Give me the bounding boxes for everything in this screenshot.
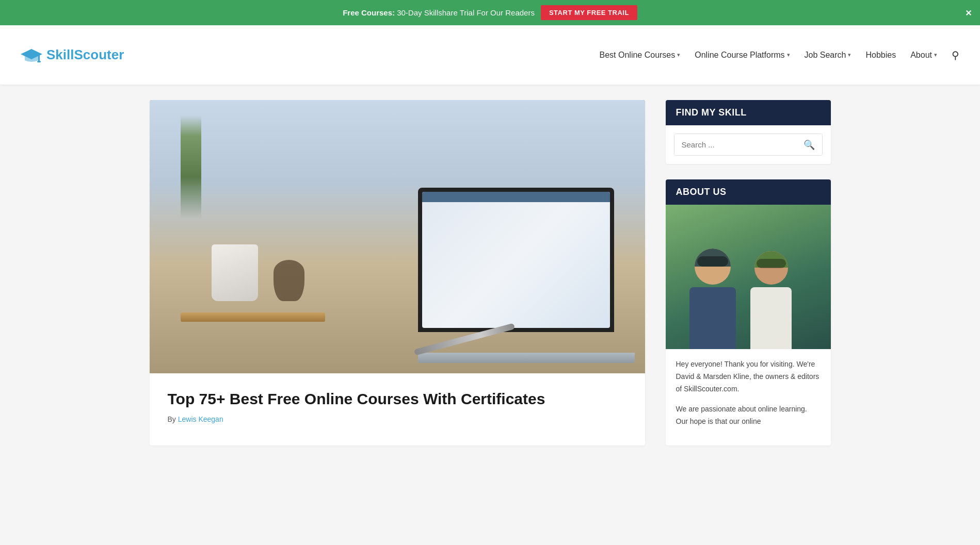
author-link[interactable]: Lewis Keegan — [178, 415, 223, 423]
person2-body — [750, 287, 792, 349]
about-text-2: We are passionate about online learning.… — [676, 403, 821, 428]
search-field-wrap: 🔍 — [674, 134, 823, 156]
sidebar: FIND MY SKILL 🔍 ABOUT US — [666, 100, 831, 445]
laptop-screen — [422, 192, 610, 328]
nav-about[interactable]: About ▾ — [910, 51, 937, 60]
laptop-keyboard — [418, 353, 635, 363]
find-skill-body: 🔍 — [666, 125, 831, 164]
search-input[interactable] — [674, 134, 796, 155]
search-button[interactable]: 🔍 — [796, 134, 822, 155]
person2-head — [754, 251, 788, 285]
article-body: Top 75+ Best Free Online Courses With Ce… — [150, 373, 645, 444]
about-us-widget: ABOUT US Hey everyone! Thank you for vis… — [666, 179, 831, 445]
svg-rect-1 — [38, 54, 40, 61]
person2 — [754, 251, 792, 349]
cta-button[interactable]: START MY FREE TRAIL — [541, 5, 637, 20]
find-skill-widget: FIND MY SKILL 🔍 — [666, 100, 831, 164]
chevron-down-icon: ▾ — [934, 52, 937, 58]
desk-scene — [150, 100, 645, 373]
nav-online-course-platforms[interactable]: Online Course Platforms ▾ — [695, 51, 790, 60]
laptop — [418, 188, 614, 332]
main-container: Top 75+ Best Free Online Courses With Ce… — [134, 100, 846, 445]
flower-vase — [181, 115, 201, 219]
about-us-header: ABOUT US — [666, 179, 831, 205]
find-skill-header: FIND MY SKILL — [666, 100, 831, 125]
site-logo[interactable]: SkillScouter — [21, 47, 124, 63]
article-author: By Lewis Keegan — [168, 415, 627, 423]
nav-job-search[interactable]: Job Search ▾ — [805, 51, 852, 60]
coffee-mug — [212, 244, 258, 301]
chevron-down-icon: ▾ — [787, 52, 790, 58]
about-us-text-body: Hey everyone! Thank you for visiting. We… — [666, 349, 831, 445]
nav-hobbies[interactable]: Hobbies — [865, 51, 896, 60]
chevron-down-icon: ▾ — [848, 52, 851, 58]
site-header: SkillScouter Best Online Courses ▾ Onlin… — [0, 25, 980, 85]
logo-text: SkillScouter — [46, 47, 124, 63]
about-text-1: Hey everyone! Thank you for visiting. We… — [676, 358, 821, 395]
person1-head — [695, 249, 731, 285]
banner-text: Free Courses: 30-Day Skillshare Trial Fo… — [343, 8, 535, 17]
search-icon[interactable]: ⚲ — [952, 49, 959, 61]
banner-body: 30-Day Skillshare Trial For Our Readers — [397, 8, 535, 17]
person1-body — [689, 287, 736, 349]
nav-best-online-courses[interactable]: Best Online Courses ▾ — [600, 51, 681, 60]
banner-prefix: Free Courses: — [343, 8, 395, 17]
article-card: Top 75+ Best Free Online Courses With Ce… — [150, 100, 645, 445]
logo-icon — [21, 47, 42, 63]
desk-tray — [181, 312, 325, 322]
article-title: Top 75+ Best Free Online Courses With Ce… — [168, 389, 627, 409]
about-us-image — [666, 205, 831, 349]
person1 — [695, 249, 736, 349]
top-banner: Free Courses: 30-Day Skillshare Trial Fo… — [0, 0, 980, 25]
svg-rect-2 — [37, 61, 41, 62]
chevron-down-icon: ▾ — [677, 52, 680, 58]
main-nav: Best Online Courses ▾ Online Course Plat… — [600, 49, 959, 61]
search-icon: 🔍 — [804, 139, 815, 151]
small-jar — [274, 260, 304, 301]
close-icon[interactable]: ✕ — [965, 8, 972, 18]
article-image — [150, 100, 645, 373]
